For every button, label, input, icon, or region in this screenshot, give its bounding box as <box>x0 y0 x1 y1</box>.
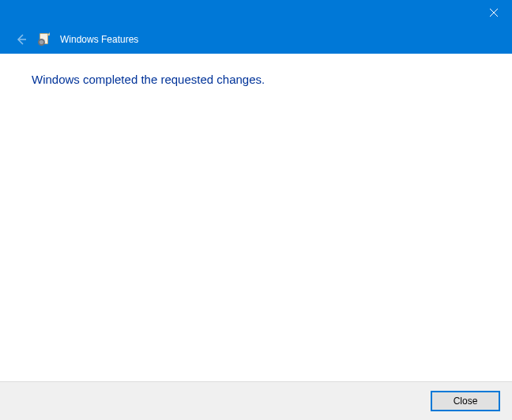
close-button[interactable]: Close <box>431 392 499 411</box>
titlebar <box>0 0 512 25</box>
back-arrow-icon <box>15 33 28 46</box>
close-icon <box>490 9 498 17</box>
back-button <box>14 32 28 47</box>
window-close-button[interactable] <box>476 0 512 25</box>
wizard-header: Windows Features <box>0 25 512 54</box>
windows-features-icon <box>38 33 51 46</box>
completion-message: Windows completed the requested changes. <box>32 73 480 86</box>
wizard-title: Windows Features <box>60 34 138 45</box>
wizard-footer: Close <box>0 381 512 420</box>
content-area: Windows completed the requested changes. <box>0 54 512 381</box>
